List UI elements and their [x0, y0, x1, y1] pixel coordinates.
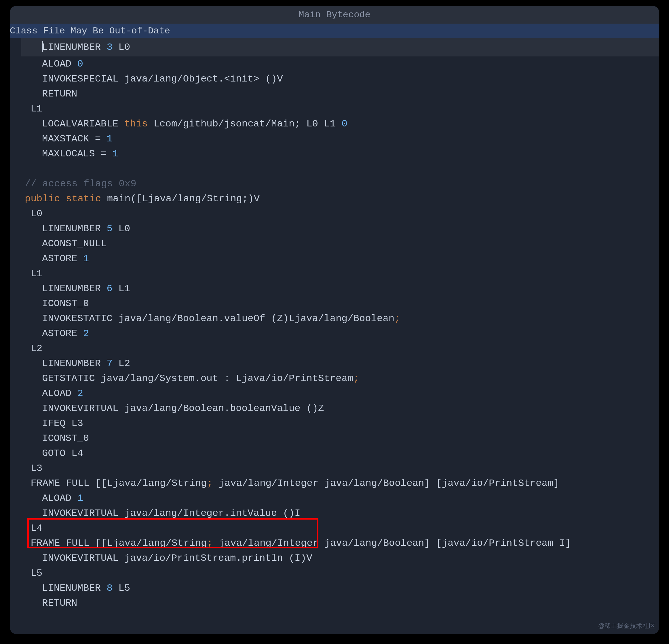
code-number: 3 — [106, 42, 112, 53]
code-line: L4 — [21, 521, 659, 536]
code-bracket: [[ — [95, 538, 107, 549]
code-text: MAXLOCALS = — [42, 148, 113, 159]
code-semicolon: ; — [207, 478, 213, 489]
code-bracket: ] [ — [424, 538, 442, 549]
code-number: 0 — [77, 58, 83, 69]
code-text: L5 — [25, 568, 42, 579]
code-line: ASTORE 2 — [21, 326, 659, 341]
current-line-highlight: LINENUMBER 3 L0 — [21, 38, 659, 56]
code-line: ICONST_0 — [21, 296, 659, 311]
code-bracket: ] — [553, 478, 559, 489]
code-line: IFEQ L3 — [21, 416, 659, 431]
code-text: java/io/PrintStream — [442, 478, 554, 489]
code-number: 1 — [106, 134, 112, 144]
code-text: L5 — [113, 583, 130, 593]
code-paren: ;) — [242, 193, 254, 204]
code-text: ALOAD — [42, 493, 77, 504]
code-keyword: this — [124, 118, 148, 129]
code-number: 8 — [106, 583, 112, 593]
code-line: L5 — [21, 566, 659, 580]
code-line: ICONST_0 — [21, 431, 659, 446]
code-text: L2 — [113, 358, 130, 369]
code-text: LINENUMBER — [42, 283, 106, 294]
code-line: LOCALVARIABLE this Lcom/github/jsoncat/M… — [21, 116, 659, 131]
code-text: ALOAD — [42, 388, 77, 399]
code-number: 1 — [113, 148, 118, 159]
code-text: GETSTATIC java/lang/System.out : Ljava/i… — [42, 373, 353, 384]
code-text: ALOAD — [42, 58, 77, 69]
watermark-text: @稀土掘金技术社区 — [598, 621, 655, 630]
code-keyword: public — [25, 193, 60, 204]
code-line: INVOKEVIRTUAL java/lang/Boolean.booleanV… — [21, 401, 659, 416]
code-text: L0 — [25, 208, 42, 219]
code-text: java/lang/Integer java/lang/Boolean — [213, 538, 424, 549]
code-comment: // access flags 0x9 — [25, 178, 137, 189]
code-bracket: ] [ — [424, 478, 442, 489]
code-text: ASTORE — [42, 253, 83, 264]
code-line: INVOKEVIRTUAL java/io/PrintStream.printl… — [21, 551, 659, 566]
code-line: FRAME FULL [[Ljava/lang/String; java/lan… — [21, 476, 659, 491]
code-text: L1 — [113, 283, 130, 294]
code-line: INVOKEVIRTUAL java/lang/Integer.intValue… — [21, 506, 659, 521]
code-number: 1 — [77, 493, 83, 504]
code-line: L1 — [21, 266, 659, 281]
code-line: MAXSTACK = 1 — [21, 131, 659, 146]
code-line: LINENUMBER 6 L1 — [21, 281, 659, 296]
code-text: L1 — [25, 268, 42, 279]
code-text: INVOKEVIRTUAL java/io/PrintStream.printl… — [42, 553, 312, 564]
code-line: INVOKESPECIAL java/lang/Object.<init> ()… — [21, 71, 659, 86]
code-line: L2 — [21, 341, 659, 356]
window-title: Main Bytecode — [299, 10, 370, 20]
code-line: MAXLOCALS = 1 — [21, 146, 659, 161]
code-text: RETURN — [42, 88, 77, 99]
code-line: LINENUMBER 5 L0 — [21, 221, 659, 236]
code-text: [Ljava/lang/String — [137, 193, 242, 204]
code-line: LINENUMBER 8 L5 — [21, 580, 659, 596]
status-bar: Class File May Be Out-of-Date — [10, 24, 659, 38]
code-line: // access flags 0x9 — [21, 176, 659, 191]
code-keyword: static — [66, 193, 101, 204]
status-text: Class File May Be Out-of-Date — [10, 26, 170, 36]
code-text: ASTORE — [42, 328, 83, 339]
code-line: RETURN — [21, 86, 659, 101]
code-text: IFEQ L3 — [42, 418, 83, 429]
code-text: FRAME FULL — [25, 538, 95, 549]
code-text: LOCALVARIABLE — [42, 118, 124, 129]
code-number: 6 — [106, 283, 112, 294]
code-number: 0 — [342, 118, 347, 129]
code-text: java/lang/Integer java/lang/Boolean — [213, 478, 424, 489]
code-text: LINENUMBER — [42, 583, 106, 593]
code-line: ACONST_NULL — [21, 236, 659, 251]
code-line: ALOAD 0 — [21, 56, 659, 71]
code-text: Ljava/lang/String — [107, 478, 207, 489]
code-blank-line — [21, 161, 659, 176]
code-line: ASTORE 1 — [21, 251, 659, 266]
code-text: Lcom/github/jsoncat/Main; L0 L1 — [148, 118, 341, 129]
code-text: FRAME FULL — [25, 478, 95, 489]
code-line: L1 — [21, 101, 659, 116]
code-text: L4 — [25, 523, 42, 534]
code-text: ICONST_0 — [42, 298, 89, 309]
code-text: LINENUMBER — [42, 42, 106, 53]
editor-window: Main Bytecode Class File May Be Out-of-D… — [10, 6, 659, 634]
code-semicolon: ; — [394, 313, 400, 324]
code-text: INVOKESPECIAL java/lang/Object.<init> ()… — [42, 73, 283, 84]
code-line: INVOKESTATIC java/lang/Boolean.valueOf (… — [21, 311, 659, 326]
code-text: MAXSTACK = — [42, 134, 106, 144]
title-bar: Main Bytecode — [10, 6, 659, 24]
code-text: LINENUMBER — [42, 223, 106, 234]
code-text: INVOKESTATIC java/lang/Boolean.valueOf (… — [42, 313, 394, 324]
code-text: L1 — [30, 103, 42, 114]
code-paren: ( — [130, 193, 136, 204]
code-area[interactable]: LINENUMBER 3 L0 ALOAD 0 INVOKESPECIAL ja… — [10, 38, 659, 634]
code-text: ACONST_NULL — [42, 238, 106, 249]
code-bracket: [[ — [95, 478, 107, 489]
code-line: RETURN — [21, 596, 659, 611]
code-text: java/io/PrintStream I — [442, 538, 565, 549]
code-text: ICONST_0 — [42, 433, 89, 444]
code-line: GOTO L4 — [21, 446, 659, 461]
code-semicolon: ; — [207, 538, 213, 549]
code-line: L0 — [21, 206, 659, 221]
code-text: main — [101, 193, 130, 204]
code-text: L0 — [113, 223, 130, 234]
